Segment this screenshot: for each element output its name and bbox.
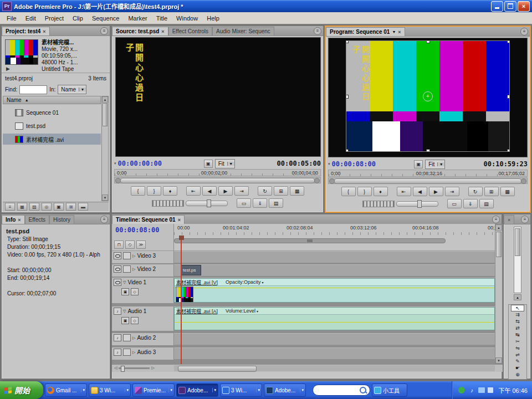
play-button[interactable]: ▶ <box>429 187 443 196</box>
program-zoom-scrollbar[interactable] <box>328 177 528 184</box>
work-area-bar[interactable] <box>174 238 446 243</box>
hand-tool[interactable]: ☛ <box>511 365 524 371</box>
project-scrollbar[interactable]: ▲ ▼ <box>101 96 109 201</box>
slip-tool[interactable]: ⇋ <box>511 345 524 351</box>
track-content[interactable]: 素材補完檔 .avi [V] Opacity:Opacity ▾ <box>174 278 495 303</box>
selection-handle[interactable] <box>426 41 430 43</box>
taskbar-button-gadgets[interactable]: 小工具 <box>372 383 407 397</box>
menu-clip[interactable]: Clip <box>68 14 88 23</box>
menu-sequence[interactable]: Sequence <box>88 14 124 23</box>
toggle-track-output-icon[interactable] <box>114 279 121 286</box>
find-in-dropdown[interactable]: Name ▼ <box>58 85 86 94</box>
source-zoom-scrollbar[interactable] <box>114 177 321 183</box>
lift-button[interactable]: ▭ <box>447 199 462 208</box>
selection-handle[interactable] <box>507 41 509 43</box>
toggle-track-output-icon[interactable] <box>114 265 121 273</box>
step-forward-button[interactable]: ⇥ <box>445 187 459 196</box>
program-frame-image[interactable]: 開開心心過日子 + <box>346 41 509 151</box>
program-video-area[interactable]: 開開心心過日子 + <box>328 38 528 157</box>
tab-close-icon[interactable]: × <box>178 217 181 223</box>
source-ruler[interactable]: 0;00 00;00;02;00 00;00;04;00 <box>114 169 321 176</box>
set-marker-button[interactable]: ♦ <box>374 187 388 196</box>
output-button[interactable]: ▦ <box>500 187 515 196</box>
taskbar-button-windows-1[interactable]: 3 Wi... ▾ <box>89 383 131 397</box>
zoom-in-icon[interactable]: ▷ <box>151 366 154 370</box>
zoom-scrollbar-thumb[interactable] <box>334 178 521 184</box>
step-back-button[interactable]: ◀ <box>413 187 427 196</box>
clip-video-avi[interactable]: 素材補完檔 .avi [V] Opacity:Opacity ▾ <box>174 278 495 303</box>
collapse-icon[interactable]: ▷ <box>132 254 135 258</box>
toggle-track-lock-icon[interactable] <box>123 265 131 273</box>
track-content[interactable] <box>174 333 495 345</box>
safe-margin-toggle-button[interactable]: ▣ <box>204 160 213 168</box>
set-out-point-button[interactable]: } <box>357 187 372 196</box>
restore-button[interactable] <box>504 1 516 12</box>
tab-source[interactable]: Source: test.psd × <box>112 27 168 35</box>
panel-menu-button[interactable]: ≡ <box>314 27 321 35</box>
group-expand-icon[interactable]: ▾ <box>256 388 260 392</box>
list-view-icon[interactable]: ≡ <box>5 203 15 211</box>
snap-button[interactable]: ⊓ <box>114 241 124 249</box>
group-expand-icon[interactable]: ▾ <box>168 388 172 392</box>
scroll-down-icon[interactable]: ▼ <box>495 357 502 364</box>
hscroll-thumb[interactable] <box>178 366 257 372</box>
collapse-icon[interactable]: ▷ <box>132 267 135 272</box>
safe-margins-button[interactable]: ⊞ <box>484 187 499 196</box>
menu-edit[interactable]: Edit <box>21 14 40 23</box>
speaker-icon[interactable]: ♪ <box>114 349 121 356</box>
shuttle-control[interactable] <box>186 201 228 206</box>
track-content[interactable] <box>174 347 495 360</box>
selection-handle[interactable] <box>346 41 349 43</box>
tab-collapsed[interactable]: × <box>504 215 514 224</box>
current-time-indicator-handle[interactable] <box>179 236 184 240</box>
set-marker-button[interactable]: ♦ <box>163 186 177 196</box>
ripple-edit-tool[interactable]: ⇆ <box>511 318 524 325</box>
selection-handle[interactable] <box>346 95 349 99</box>
clip-test-psd[interactable]: test.ps <box>181 265 201 275</box>
minimize-button[interactable] <box>491 1 503 12</box>
toggle-track-lock-icon[interactable] <box>123 349 131 356</box>
clear-icon[interactable]: ▬ <box>78 203 88 211</box>
scroll-down-icon[interactable]: ▼ <box>102 195 108 201</box>
source-video-area[interactable]: 開開心心過日子 <box>115 37 321 157</box>
jog-control[interactable] <box>152 200 184 207</box>
toggle-track-output-icon[interactable] <box>114 252 121 259</box>
track-content[interactable] <box>174 251 495 263</box>
name-column-header[interactable]: Name ▲ <box>3 96 101 104</box>
anchor-point-icon[interactable]: + <box>423 91 433 101</box>
antivirus-tray-icon[interactable] <box>458 387 465 393</box>
program-current-timecode[interactable]: 00:00:08:00 <box>332 160 376 168</box>
tab-info[interactable]: Info × <box>2 215 25 224</box>
group-expand-icon[interactable]: ▾ <box>212 388 216 392</box>
selection-handle[interactable] <box>507 149 509 151</box>
zoom-slider[interactable] <box>119 367 150 369</box>
tab-close-icon[interactable]: × <box>18 217 21 223</box>
panel-menu-button[interactable]: ≡ <box>100 27 108 35</box>
panel-menu-button[interactable]: ≡ <box>520 28 528 35</box>
set-marker-button[interactable]: ◇ <box>125 241 135 249</box>
collapse-icon[interactable]: ▽ <box>123 280 126 285</box>
group-expand-icon[interactable]: ▾ <box>125 388 129 392</box>
track-content[interactable]: test.ps <box>174 264 495 277</box>
export-frame-button[interactable]: ▤ <box>269 198 283 208</box>
timeline-horizontal-scrollbar[interactable]: ◁ ▷ <box>112 364 503 372</box>
menu-help[interactable]: Help <box>202 14 224 23</box>
clip-audio-avi[interactable]: 素材補完檔 .avi [A] Volume:Level ▾ <box>174 307 495 330</box>
set-in-point-button[interactable]: { <box>341 187 356 196</box>
tab-close-icon[interactable]: × <box>161 29 164 34</box>
display-tray-icon[interactable] <box>478 387 485 393</box>
project-row-sequence[interactable]: Sequence 01 <box>3 107 101 118</box>
strip-scrollbar[interactable] <box>514 227 521 293</box>
toggle-track-lock-icon[interactable] <box>123 252 131 259</box>
set-in-point-button[interactable]: { <box>131 186 145 196</box>
taskbar-button-premiere-files[interactable]: Premie... ▾ <box>132 383 175 397</box>
selection-handle[interactable] <box>426 149 430 151</box>
volume-tray-icon[interactable]: ♪ <box>468 386 475 394</box>
step-forward-button[interactable]: ⇥ <box>234 186 249 196</box>
find-input[interactable] <box>19 85 47 94</box>
panel-menu-button[interactable]: ≡ <box>492 216 500 223</box>
tab-close-icon[interactable]: × <box>398 29 401 35</box>
taskbar-button-adobe-premiere[interactable]: Adobe... ▾ <box>176 383 218 397</box>
timeline-current-timecode[interactable]: 00:00:08:00 <box>115 226 159 234</box>
scrollbar-thumb[interactable] <box>103 103 108 126</box>
